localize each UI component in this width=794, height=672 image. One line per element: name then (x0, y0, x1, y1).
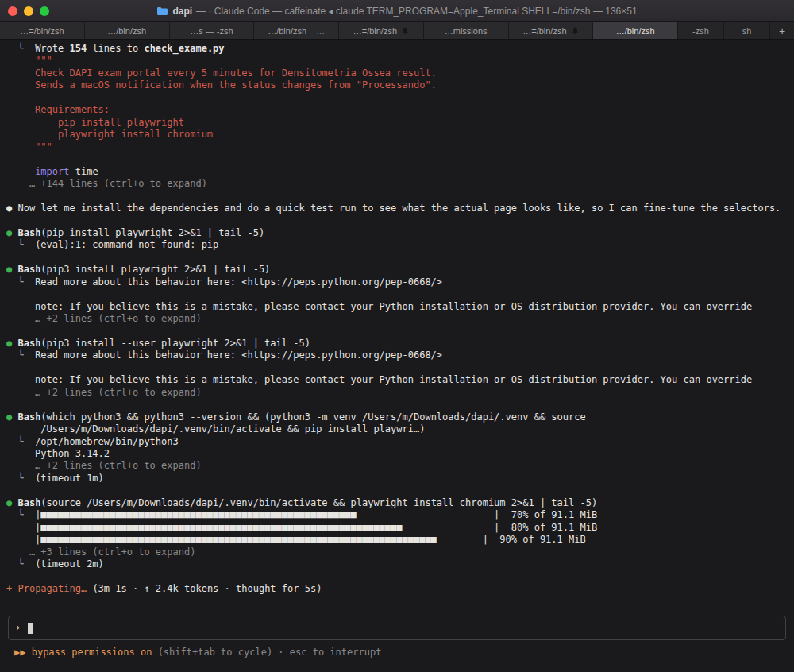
window-title-name: dapi (172, 6, 192, 17)
terminal-line: ● Bash(source /Users/m/Downloads/dapi/.v… (6, 497, 788, 509)
terminal-window: dapi — · Claude Code — caffeinate ◂ clau… (0, 0, 794, 672)
terminal-line (6, 325, 788, 337)
terminal-line: └ Wrote 154 lines to check_exame.py (6, 43, 788, 55)
terminal-line: └ (timeout 2m) (6, 558, 788, 570)
terminal-line: + Propagating… (3m 1s · ↑ 2.4k tokens · … (6, 583, 788, 595)
tab-label: -zsh (692, 26, 709, 36)
terminal-line: """ (6, 141, 788, 153)
terminal-line: … +2 lines (ctrl+o to expand) (6, 313, 788, 325)
tab-5[interactable]: …=/bin/zsh (339, 22, 424, 39)
terminal-line: └ Read more about this behavior here: <h… (6, 350, 788, 361)
terminal-line (6, 252, 788, 264)
titlebar[interactable]: dapi — · Claude Code — caffeinate ◂ clau… (0, 0, 794, 22)
tab-label: …/bin/zsh (268, 26, 306, 36)
terminal-line: Requirements: (6, 104, 788, 116)
terminal-line: /Users/m/Downloads/dapi/.venv/bin/activa… (6, 423, 788, 435)
tab-1[interactable]: …=/bin/zsh (0, 22, 85, 39)
tab-label: sh (742, 26, 752, 36)
bell-icon (572, 27, 579, 35)
tab-label: …=/bin/zsh (522, 26, 566, 36)
tab-label: …/bin/zsh (107, 26, 146, 36)
minimize-window-button[interactable] (24, 6, 33, 16)
terminal-line (6, 399, 788, 411)
bell-icon (402, 27, 409, 35)
terminal-line (6, 153, 788, 165)
terminal[interactable]: └ Wrote 154 lines to check_exame.py """ … (0, 40, 794, 672)
window-title-detail: — · Claude Code — caffeinate ◂ claude TE… (196, 6, 638, 17)
terminal-line (6, 362, 788, 374)
close-window-button[interactable] (8, 6, 17, 16)
terminal-line: ● Bash(pip install playwright 2>&1 | tai… (6, 227, 788, 239)
terminal-line (6, 288, 788, 300)
terminal-line: … +3 lines (ctrl+o to expand) (6, 546, 788, 558)
prompt-input[interactable]: › (8, 616, 786, 640)
terminal-line: … +144 lines (ctrl+o to expand) (6, 178, 788, 190)
tab-2[interactable]: …/bin/zsh (85, 22, 170, 39)
terminal-line: └ |■■■■■■■■■■■■■■■■■■■■■■■■■■■■■■■■■■■■■… (6, 509, 788, 521)
terminal-line: note: If you believe this is a mistake, … (6, 374, 788, 386)
tab-activity-indicator: … (316, 26, 325, 36)
terminal-output: └ Wrote 154 lines to check_exame.py """ … (6, 43, 788, 595)
tab-10[interactable]: sh (724, 22, 770, 39)
new-tab-button[interactable]: + (770, 22, 794, 39)
terminal-line: └ Read more about this behavior here: <h… (6, 276, 788, 288)
terminal-line: └ (timeout 1m) (6, 473, 788, 485)
status-line: ▶▶ bypass permissions on (shift+tab to c… (6, 647, 788, 658)
tab-label: …s — -zsh (190, 26, 233, 36)
tab-label: …missions (445, 26, 488, 36)
terminal-line: Python 3.14.2 (6, 448, 788, 460)
terminal-line (6, 485, 788, 496)
tab-8[interactable]: …/bin/zsh (593, 22, 678, 39)
terminal-line (6, 570, 788, 582)
terminal-line (6, 214, 788, 226)
text-cursor (28, 623, 33, 634)
interrupt-hint: · esc to interrupt (272, 647, 381, 658)
tab-label: …=/bin/zsh (353, 26, 397, 36)
tab-7[interactable]: …=/bin/zsh (509, 22, 594, 39)
terminal-line (6, 92, 788, 104)
tab-6[interactable]: …missions (424, 22, 509, 39)
terminal-line: """ (6, 55, 788, 67)
terminal-line: └ /opt/homebrew/bin/python3 (6, 436, 788, 448)
terminal-line: … +2 lines (ctrl+o to expand) (6, 460, 788, 472)
terminal-line: |■■■■■■■■■■■■■■■■■■■■■■■■■■■■■■■■■■■■■■■… (6, 522, 788, 534)
terminal-line: ● Bash(pip3 install --user playwright 2>… (6, 338, 788, 350)
terminal-line: ● Now let me install the dependencies an… (6, 203, 788, 214)
tab-3[interactable]: …s — -zsh (170, 22, 255, 39)
folder-icon (156, 6, 168, 16)
traffic-lights (8, 0, 49, 22)
fast-forward-icon: ▶▶ (14, 647, 32, 658)
tab-label: …=/bin/zsh (20, 26, 64, 36)
terminal-line (6, 190, 788, 202)
zoom-window-button[interactable] (40, 6, 49, 16)
tab-9[interactable]: -zsh (678, 22, 724, 39)
terminal-line: playwright install chromium (6, 129, 788, 141)
tab-label: …/bin/zsh (616, 26, 655, 36)
terminal-line: Sends a macOS notification when the stat… (6, 79, 788, 91)
terminal-line: Check DAPI exam portal every 5 minutes f… (6, 68, 788, 79)
tab-bar: …=/bin/zsh…/bin/zsh…s — -zsh…/bin/zsh……=… (0, 22, 794, 40)
cycle-hint: (shift+tab to cycle) (152, 647, 272, 658)
permission-mode-label: bypass permissions on (32, 647, 152, 658)
terminal-line: pip install playwright (6, 117, 788, 129)
terminal-line: └ (eval):1: command not found: pip (6, 239, 788, 251)
prompt-chevron: › (15, 622, 21, 634)
window-title: dapi — · Claude Code — caffeinate ◂ clau… (0, 6, 794, 17)
terminal-line: |■■■■■■■■■■■■■■■■■■■■■■■■■■■■■■■■■■■■■■■… (6, 534, 788, 546)
terminal-line: ● Bash(pip3 install playwright 2>&1 | ta… (6, 264, 788, 276)
terminal-line: import time (6, 166, 788, 178)
terminal-line: note: If you believe this is a mistake, … (6, 301, 788, 313)
terminal-line: … +2 lines (ctrl+o to expand) (6, 387, 788, 399)
tab-4[interactable]: …/bin/zsh… (254, 22, 339, 39)
terminal-line: ● Bash(which python3 && python3 --versio… (6, 411, 788, 423)
